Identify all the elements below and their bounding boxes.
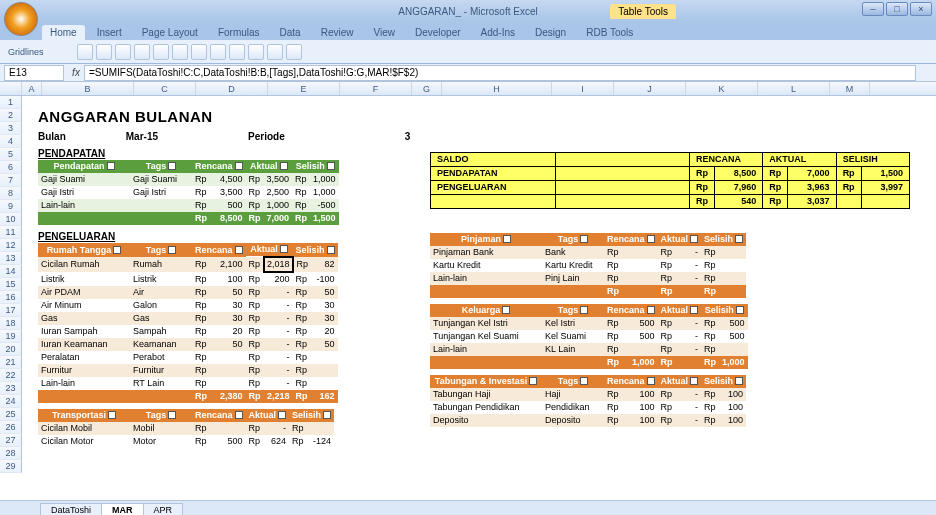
- row-header[interactable]: 26: [0, 421, 22, 434]
- cell[interactable]: -: [264, 325, 293, 338]
- cell[interactable]: Rp: [246, 364, 265, 377]
- cell[interactable]: Kel Suami: [542, 330, 604, 343]
- cell[interactable]: Rp: [604, 401, 622, 414]
- cell[interactable]: Rp: [292, 186, 310, 199]
- col-header[interactable]: Aktual▾: [246, 409, 290, 422]
- cell[interactable]: [210, 377, 246, 390]
- cell[interactable]: Air: [130, 286, 192, 299]
- cell[interactable]: Iuran Sampah: [38, 325, 130, 338]
- cell[interactable]: Rp: [604, 259, 622, 272]
- filter-dropdown-icon[interactable]: ▾: [107, 162, 115, 170]
- row-header[interactable]: 25: [0, 408, 22, 421]
- cell[interactable]: Rp: [292, 173, 310, 186]
- cell[interactable]: 3,037: [788, 195, 836, 209]
- col-header[interactable]: G: [412, 82, 442, 95]
- cell[interactable]: Rp: [289, 435, 307, 448]
- row-header[interactable]: 2: [0, 109, 22, 122]
- cell[interactable]: 500: [719, 317, 748, 330]
- cell[interactable]: Rp: [763, 167, 788, 181]
- cell[interactable]: -: [676, 246, 702, 259]
- ribbon-button[interactable]: [210, 44, 226, 60]
- filter-dropdown-icon[interactable]: ▾: [235, 246, 243, 254]
- cell[interactable]: [622, 259, 658, 272]
- ribbon-button[interactable]: [248, 44, 264, 60]
- cell[interactable]: [555, 195, 689, 209]
- cell[interactable]: [130, 199, 192, 212]
- cell[interactable]: 500: [210, 199, 246, 212]
- cell[interactable]: Kartu Kredit: [542, 259, 604, 272]
- cell[interactable]: -100: [311, 272, 338, 286]
- cell[interactable]: Rp: [658, 330, 676, 343]
- cell[interactable]: 1,000: [719, 356, 748, 369]
- col-header[interactable]: Rencana▾: [604, 233, 658, 246]
- cell[interactable]: Tunjangan Kel Istri: [430, 317, 542, 330]
- col-header[interactable]: Rencana▾: [604, 375, 658, 388]
- cell[interactable]: Rp: [604, 285, 622, 298]
- cell[interactable]: Rp: [701, 259, 719, 272]
- cell[interactable]: [431, 195, 556, 209]
- cell[interactable]: Rp: [192, 286, 210, 299]
- col-header[interactable]: D: [196, 82, 268, 95]
- cell[interactable]: -: [676, 330, 702, 343]
- row-header[interactable]: 14: [0, 265, 22, 278]
- filter-dropdown-icon[interactable]: ▾: [580, 377, 588, 385]
- spreadsheet-grid[interactable]: A B C D E F G H I J K L M 12345678910111…: [0, 82, 936, 500]
- row-header[interactable]: 9: [0, 200, 22, 213]
- col-header[interactable]: L: [758, 82, 830, 95]
- cell[interactable]: Rp: [246, 173, 264, 186]
- cell[interactable]: Rp: [658, 356, 676, 369]
- row-header[interactable]: 22: [0, 369, 22, 382]
- cell[interactable]: Tabungan Haji: [430, 388, 542, 401]
- cell[interactable]: Cicilan Motor: [38, 435, 130, 448]
- col-header[interactable]: Tags▾: [542, 304, 604, 317]
- cell[interactable]: Rp: [701, 401, 719, 414]
- cell[interactable]: 20: [210, 325, 246, 338]
- col-header[interactable]: Selisih▾: [293, 243, 338, 257]
- cell[interactable]: Rp: [293, 390, 312, 403]
- row-header[interactable]: 16: [0, 291, 22, 304]
- cell[interactable]: Rp: [192, 351, 210, 364]
- cell[interactable]: [555, 153, 689, 167]
- col-header[interactable]: Keluarga▾: [430, 304, 542, 317]
- cell[interactable]: 100: [622, 414, 658, 427]
- filter-dropdown-icon[interactable]: ▾: [168, 162, 176, 170]
- row-header[interactable]: 28: [0, 447, 22, 460]
- cell[interactable]: Rp: [293, 325, 312, 338]
- cell[interactable]: -: [676, 343, 702, 356]
- cell[interactable]: [861, 195, 909, 209]
- cell[interactable]: Rp: [658, 272, 676, 285]
- col-header[interactable]: Rencana▾: [192, 243, 246, 257]
- cell[interactable]: Rp: [836, 181, 861, 195]
- cell[interactable]: Keamanan: [130, 338, 192, 351]
- cell[interactable]: [622, 343, 658, 356]
- cell[interactable]: 7,000: [264, 212, 293, 225]
- ribbon-tab-view[interactable]: View: [365, 25, 403, 40]
- col-header[interactable]: Tags▾: [130, 243, 192, 257]
- cell[interactable]: Rp: [604, 330, 622, 343]
- cell[interactable]: Rp: [246, 435, 264, 448]
- col-header[interactable]: J: [614, 82, 686, 95]
- col-header[interactable]: Tags▾: [130, 409, 192, 422]
- cell[interactable]: 624: [264, 435, 290, 448]
- cell[interactable]: Rp: [701, 343, 719, 356]
- col-header[interactable]: Selisih▾: [701, 233, 746, 246]
- cell[interactable]: Deposito: [542, 414, 604, 427]
- cell[interactable]: Rp: [246, 312, 265, 325]
- cell[interactable]: Rp: [604, 414, 622, 427]
- cell[interactable]: [555, 167, 689, 181]
- filter-dropdown-icon[interactable]: ▾: [580, 235, 588, 243]
- filter-dropdown-icon[interactable]: ▾: [235, 162, 243, 170]
- cell[interactable]: 100: [719, 414, 746, 427]
- row-header[interactable]: 23: [0, 382, 22, 395]
- cell[interactable]: -: [264, 299, 293, 312]
- filter-dropdown-icon[interactable]: ▾: [108, 411, 116, 419]
- row-header[interactable]: 10: [0, 213, 22, 226]
- cell[interactable]: 3,963: [788, 181, 836, 195]
- cell[interactable]: Rp: [658, 388, 676, 401]
- cell[interactable]: Iuran Keamanan: [38, 338, 130, 351]
- cell[interactable]: 20: [311, 325, 338, 338]
- cell[interactable]: Rp: [658, 285, 676, 298]
- cell[interactable]: 3,997: [861, 181, 909, 195]
- cell[interactable]: Rp: [604, 317, 622, 330]
- cell[interactable]: Rp: [292, 199, 310, 212]
